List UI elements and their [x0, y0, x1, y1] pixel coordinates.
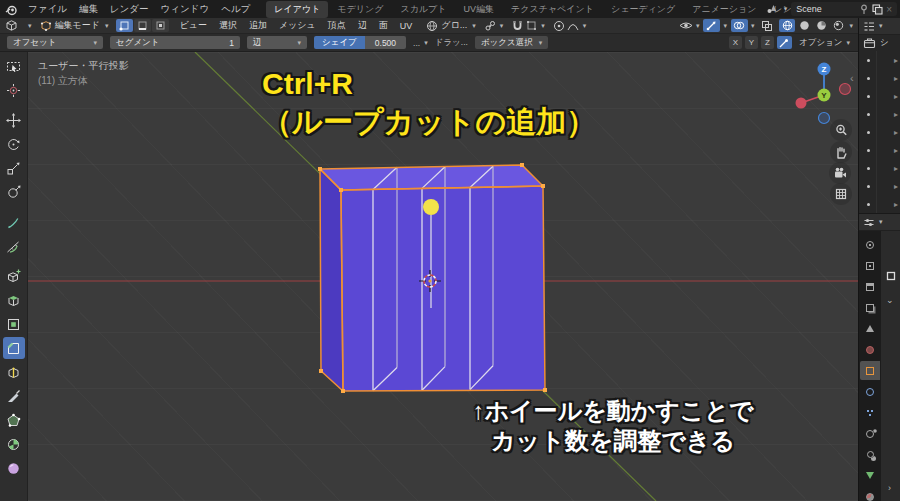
snap-controls[interactable]: ▾	[511, 20, 545, 32]
affect-dropdown[interactable]: 辺 ▾	[247, 36, 307, 49]
tool-inset-faces[interactable]	[3, 313, 25, 335]
tab-constraints[interactable]	[860, 445, 880, 464]
outliner-row[interactable]: ▸	[859, 177, 900, 195]
tool-select-box[interactable]	[3, 55, 25, 77]
tool-add-cube[interactable]	[3, 265, 25, 287]
tab-object-data[interactable]	[860, 466, 880, 485]
menu-file[interactable]: ファイル	[28, 3, 67, 16]
tab-uv-editing[interactable]: UV編集	[456, 1, 503, 18]
tool-scale[interactable]	[3, 157, 25, 179]
tool-knife[interactable]	[3, 385, 25, 407]
tab-world[interactable]	[860, 340, 880, 359]
tab-view-layer[interactable]	[860, 298, 880, 317]
shading-solid-button[interactable]	[796, 19, 812, 32]
panel-collapsed-icon[interactable]: ›	[888, 483, 891, 493]
mirror-y-toggle[interactable]: Y	[745, 36, 758, 49]
tab-physics[interactable]	[860, 424, 880, 443]
editor-type-icon[interactable]	[5, 19, 18, 32]
correct-face-attributes-toggle[interactable]	[777, 36, 792, 49]
menu-vertex[interactable]: 頂点	[328, 19, 346, 32]
proportional-edit-controls[interactable]: ▾	[553, 20, 587, 32]
tab-material[interactable]	[860, 487, 880, 501]
sidebar-collapse-icon[interactable]: ‹	[850, 72, 854, 84]
expand-icon[interactable]: ▸	[894, 92, 898, 101]
edge-select-button[interactable]	[134, 19, 151, 32]
menu-view[interactable]: ビュー	[179, 19, 206, 32]
expand-icon[interactable]: ▸	[894, 200, 898, 209]
outliner-row[interactable]: ▸	[859, 105, 900, 123]
menu-edit[interactable]: 編集	[79, 3, 98, 16]
menu-select[interactable]: 選択	[219, 19, 237, 32]
expand-icon[interactable]: ▸	[894, 56, 898, 65]
menu-add[interactable]: 追加	[249, 19, 267, 32]
nav-gizmo[interactable]: Z Y	[796, 63, 851, 124]
more-options-dropdown[interactable]: ... ▾	[413, 38, 428, 48]
tool-transform[interactable]	[3, 181, 25, 203]
shading-rendered-button[interactable]	[830, 19, 846, 32]
zoom-button[interactable]	[830, 119, 852, 141]
box-select-dropdown[interactable]: ボックス選択 ▾	[475, 36, 548, 49]
tab-modeling[interactable]: モデリング	[329, 1, 391, 18]
chevron-down-icon[interactable]: ▾	[723, 22, 727, 30]
outliner-collection-row[interactable]: シ	[859, 35, 900, 51]
expand-icon[interactable]: ▸	[894, 74, 898, 83]
expand-icon[interactable]: ▸	[894, 182, 898, 191]
menu-help[interactable]: ヘルプ	[221, 3, 250, 16]
transform-orientation[interactable]: グロ... ▾	[426, 19, 475, 32]
tool-loop-cut[interactable]	[3, 361, 25, 383]
scene-name-field[interactable]: Scene ×	[791, 2, 897, 16]
tab-sculpting[interactable]: スカルプト	[392, 1, 454, 18]
tool-measure[interactable]	[3, 235, 25, 257]
viewport[interactable]: Z Y ユーザー・平行投影 (11) 立方体 Ctrl+R （ループカットの追加…	[28, 52, 858, 501]
expand-icon[interactable]: ▸	[894, 110, 898, 119]
tab-layout[interactable]: レイアウト	[266, 1, 328, 18]
face-select-button[interactable]	[152, 19, 169, 32]
new-scene-icon[interactable]	[872, 4, 883, 15]
visibility-toggle[interactable]: ▾	[679, 20, 700, 31]
outliner-editor-icon[interactable]	[863, 21, 875, 32]
scene-icon[interactable]	[766, 3, 778, 15]
chevron-down-icon[interactable]: ▾	[751, 22, 755, 30]
outliner-row[interactable]: ▸	[859, 69, 900, 87]
properties-editor-icon[interactable]	[863, 217, 875, 228]
overlays-toggle[interactable]	[731, 19, 748, 32]
menu-uv[interactable]: UV	[400, 21, 413, 31]
xray-toggle[interactable]	[758, 19, 775, 32]
segments-field[interactable]: セグメント 1	[110, 36, 240, 49]
mode-selector[interactable]: 編集モード ▾	[40, 19, 109, 32]
outliner-row[interactable]: ▸	[859, 159, 900, 177]
menu-mesh[interactable]: メッシュ	[279, 19, 316, 32]
outliner-row[interactable]: ▸	[859, 195, 900, 213]
pan-hand-button[interactable]	[830, 141, 852, 163]
tab-render[interactable]	[860, 256, 880, 275]
offset-type-dropdown[interactable]: オフセット ▾	[7, 36, 103, 49]
chevron-down-icon[interactable]: ▾	[849, 22, 853, 30]
menu-face[interactable]: 面	[379, 19, 388, 32]
outliner-row[interactable]: ▸	[859, 87, 900, 105]
tab-particles[interactable]	[860, 403, 880, 422]
chevron-down-icon[interactable]: ▾	[784, 5, 788, 13]
tab-tool[interactable]	[860, 235, 880, 254]
tab-modifiers[interactable]	[860, 382, 880, 401]
tab-shading[interactable]: シェーディング	[603, 1, 683, 18]
menu-window[interactable]: ウィンドウ	[161, 3, 210, 16]
tool-smooth[interactable]	[3, 457, 25, 479]
menu-render[interactable]: レンダー	[110, 3, 149, 16]
chevron-down-icon[interactable]: ▾	[879, 218, 883, 226]
tool-annotate[interactable]	[3, 211, 25, 233]
tool-move[interactable]	[3, 109, 25, 131]
outliner-row[interactable]: ▸	[859, 51, 900, 69]
gizmo-toggle[interactable]	[703, 19, 720, 32]
outliner-row[interactable]: ▸	[859, 141, 900, 159]
panel-expand-icon[interactable]: ⌄	[886, 295, 894, 305]
tab-scene[interactable]	[860, 319, 880, 338]
tool-poly-build[interactable]	[3, 409, 25, 431]
pivot-point-selector[interactable]: ▾	[484, 20, 504, 32]
close-icon[interactable]: ×	[886, 4, 892, 15]
tab-animation[interactable]: アニメーション	[684, 1, 764, 18]
mirror-x-toggle[interactable]: X	[729, 36, 742, 49]
expand-icon[interactable]: ▸	[894, 164, 898, 173]
shape-slider[interactable]: シェイプ 0.500	[314, 36, 406, 49]
tab-object[interactable]	[860, 361, 880, 380]
ortho-grid-button[interactable]	[830, 183, 852, 205]
